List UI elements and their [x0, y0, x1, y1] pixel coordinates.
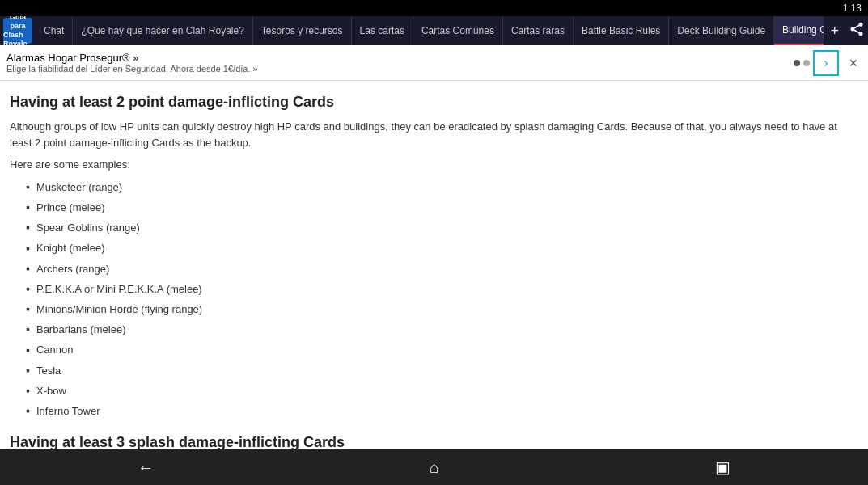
recent-button[interactable]: ▣: [702, 454, 743, 480]
ad-dot-2: [803, 60, 810, 66]
ad-banner: Alarmas Hogar Prosegur® » Elige la fiabi…: [0, 45, 868, 81]
svg-point-0: [859, 23, 863, 27]
svg-point-2: [859, 32, 863, 36]
tab-las-cartas[interactable]: Las cartas: [352, 16, 413, 45]
tab-chat[interactable]: Chat: [36, 16, 73, 45]
nav-bar: Guia para Clash Royale Chat ¿Que hay que…: [0, 16, 868, 45]
list-item: Barbarians (melee): [26, 319, 858, 340]
section1-paragraph: Although groups of low HP units can quic…: [10, 119, 858, 150]
tab-tesoros[interactable]: Tesoros y recursos: [253, 16, 352, 45]
section2-title: Having at least 3 splash damage-inflicti…: [10, 434, 858, 449]
tab-building-guide[interactable]: Building Guide: [774, 16, 824, 45]
svg-point-1: [851, 27, 855, 32]
section1-title: Having at least 2 point damage-inflictin…: [10, 94, 858, 111]
ad-subtitle: Elige la fiabilidad del Líder en Segurid…: [6, 64, 794, 74]
ad-dots: [794, 60, 810, 66]
status-time: 1:13: [843, 2, 862, 14]
back-button[interactable]: ←: [125, 455, 167, 480]
list-item: P.E.K.K.A or Mini P.E.K.K.A (melee): [26, 279, 858, 299]
tab-battle-basic[interactable]: Battle Basic Rules: [574, 16, 669, 45]
ad-content: Alarmas Hogar Prosegur® » Elige la fiabi…: [6, 52, 794, 74]
nav-tabs: Chat ¿Que hay que hacer en Clah Royale? …: [36, 16, 824, 45]
list-item: Musketeer (range): [26, 177, 858, 197]
items-list: Musketeer (range)Prince (melee)Spear Gob…: [10, 177, 858, 421]
tab-cartas-raras[interactable]: Cartas raras: [503, 16, 574, 45]
add-tab-button[interactable]: +: [824, 23, 845, 40]
tab-cartas-comunes[interactable]: Cartas Comunes: [413, 16, 503, 45]
ad-close-button[interactable]: ✕: [845, 53, 862, 73]
share-button[interactable]: [849, 21, 865, 40]
tab-que-hay[interactable]: ¿Que hay que hacer en Clah Royale?: [73, 16, 252, 45]
list-item: Archers (range): [26, 259, 858, 279]
list-item: Inferno Tower: [26, 401, 858, 421]
ad-arrow-button[interactable]: ›: [813, 50, 839, 76]
examples-label: Here are some examples:: [10, 158, 858, 171]
list-item: X-bow: [26, 381, 858, 401]
main-content: Having at least 2 point damage-inflictin…: [0, 81, 868, 449]
list-item: Cannon: [26, 340, 858, 361]
home-button[interactable]: ⌂: [417, 455, 452, 480]
tab-deck-building[interactable]: Deck Building Guide: [669, 16, 774, 45]
list-item: Spear Goblins (range): [26, 217, 858, 238]
list-item: Prince (melee): [26, 197, 858, 217]
list-item: Tesla: [26, 361, 858, 381]
bottom-nav: ← ⌂ ▣: [0, 449, 868, 485]
status-bar: 1:13: [0, 0, 868, 16]
ad-title: Alarmas Hogar Prosegur® »: [6, 52, 794, 64]
svg-line-3: [854, 30, 859, 32]
list-item: Minions/Minion Horde (flying range): [26, 299, 858, 319]
svg-line-4: [854, 25, 859, 27]
list-item: Knight (melee): [26, 238, 858, 259]
ad-dot-1: [794, 60, 800, 66]
app-logo: Guia para Clash Royale: [3, 18, 32, 44]
